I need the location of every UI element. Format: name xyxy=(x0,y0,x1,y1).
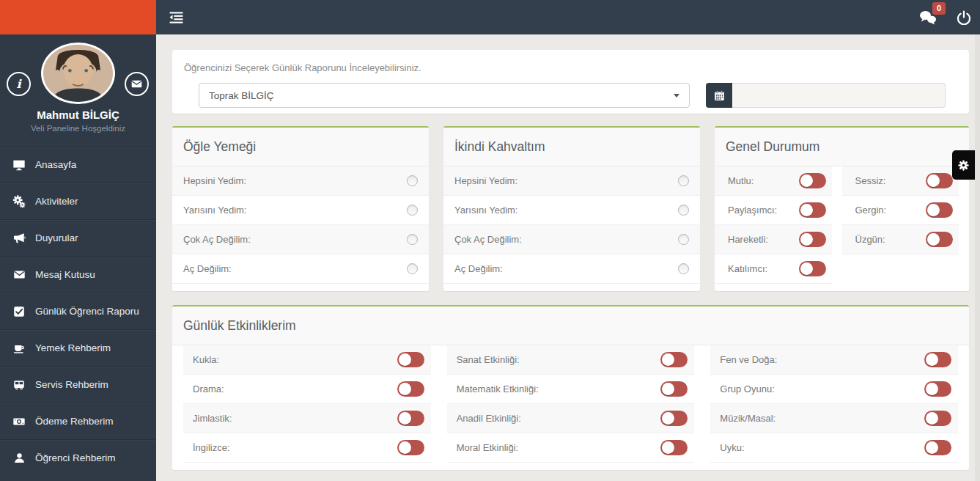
activity-row: Jimlastik: xyxy=(183,404,431,433)
toggle-switch[interactable] xyxy=(924,411,951,426)
row-label: Müzik/Masal: xyxy=(720,413,775,424)
sidebar-item-duyurular[interactable]: Duyurular xyxy=(0,219,156,256)
lunch-row: Hepsini Yedim: xyxy=(172,166,429,196)
brand-block xyxy=(0,0,156,34)
user-name: Mahmut BİLGİÇ xyxy=(0,109,156,121)
radio-button[interactable] xyxy=(407,205,418,216)
info-icon: i xyxy=(16,77,21,91)
toggle-switch[interactable] xyxy=(397,440,424,455)
activities-panel: Günlük Etkinliklerim Kukla: Drama: Jimla… xyxy=(172,305,969,470)
radio-button[interactable] xyxy=(407,263,418,274)
student-select-value: Toprak BİLGİÇ xyxy=(209,90,274,101)
sidebar-item-mesaj-kutusu[interactable]: Mesaj Kutusu xyxy=(0,256,156,293)
row-label: Hepsini Yedim: xyxy=(454,175,517,186)
sidebar-item-anasayfa[interactable]: Anasayfa xyxy=(0,146,156,183)
toggle-switch[interactable] xyxy=(660,411,688,426)
selector-instruction: Öğrencinizi Seçerek Günlük Raporunu İnce… xyxy=(184,62,957,73)
mood-row: Mutlu: xyxy=(715,166,832,196)
scrollbar[interactable] xyxy=(975,34,980,481)
user-icon xyxy=(11,452,27,464)
sidebar-item-label: Duyurular xyxy=(35,232,78,243)
sidebar-toggle-button[interactable] xyxy=(169,10,184,25)
outdent-icon xyxy=(169,10,184,25)
chevron-down-icon xyxy=(674,94,679,98)
student-select[interactable]: Toprak BİLGİÇ xyxy=(199,83,690,108)
row-label: Çok Aç Değilim: xyxy=(183,234,251,245)
toggle-switch[interactable] xyxy=(799,202,826,218)
row-label: Sessiz: xyxy=(855,175,886,186)
envelope-icon xyxy=(11,268,27,281)
sidebar-item-label: Servis Rehberim xyxy=(35,379,108,390)
activity-row: Uyku: xyxy=(710,433,958,463)
mood-row: Katılımcı: xyxy=(715,254,832,284)
sidebar-item-servis-rehberim[interactable]: Servis Rehberim xyxy=(0,366,156,403)
sidebar-item-yemek-rehberim[interactable]: Yemek Rehberim xyxy=(0,329,156,366)
sidebar-item-odeme-rehberim[interactable]: Ödeme Rehberim xyxy=(0,403,156,439)
row-label: Mutlu: xyxy=(728,175,754,186)
sidebar-item-label: Yemek Rehberim xyxy=(35,342,111,353)
gears-icon xyxy=(11,195,27,208)
toggle-switch[interactable] xyxy=(926,173,953,188)
toggle-switch[interactable] xyxy=(660,440,688,455)
avatar xyxy=(41,43,115,104)
messages-button[interactable]: 0 xyxy=(918,10,937,26)
row-label: Gergin: xyxy=(855,205,887,216)
logout-button[interactable] xyxy=(957,10,971,25)
settings-flyout-button[interactable] xyxy=(952,150,975,180)
toggle-switch[interactable] xyxy=(799,261,826,276)
toggle-switch[interactable] xyxy=(924,352,951,367)
mood-panel-title: Genel Durumum xyxy=(715,128,969,166)
radio-button[interactable] xyxy=(407,175,418,186)
row-label: Anadil Etkinliği: xyxy=(457,413,521,424)
toggle-switch[interactable] xyxy=(924,440,951,455)
radio-button[interactable] xyxy=(407,234,418,245)
toggle-switch[interactable] xyxy=(926,202,953,218)
row-label: İngilizce: xyxy=(193,442,230,453)
sidebar-item-gunluk-ogrenci-raporu[interactable]: Günlük Öğrenci Raporu xyxy=(0,293,156,329)
profile-info-button[interactable]: i xyxy=(7,72,31,96)
sidebar-item-ogrenci-rehberim[interactable]: Öğrenci Rehberim xyxy=(0,439,156,476)
activity-row: Kukla: xyxy=(183,345,431,375)
activities-panel-title: Günlük Etkinliklerim xyxy=(172,306,969,345)
message-count-badge: 0 xyxy=(932,2,946,15)
snack-row: Aç Değilim: xyxy=(443,254,700,284)
activity-row: Müzik/Masal: xyxy=(710,404,958,433)
envelope-icon xyxy=(130,78,143,90)
toggle-switch[interactable] xyxy=(660,352,688,367)
toggle-switch[interactable] xyxy=(924,381,951,397)
activity-row: Moral Etkinliği: xyxy=(447,433,695,463)
lunch-panel: Öğle Yemeği Hepsini Yedim: Yarısını Yedi… xyxy=(172,126,429,291)
date-input[interactable] xyxy=(732,83,946,108)
toggle-switch[interactable] xyxy=(397,352,424,367)
row-label: Sanat Etkinliği: xyxy=(457,354,520,365)
sidebar-item-label: Öğrenci Rehberim xyxy=(35,452,116,463)
toggle-switch[interactable] xyxy=(397,381,424,397)
cup-icon xyxy=(11,342,27,355)
radio-button[interactable] xyxy=(678,263,689,274)
sidebar-item-label: Günlük Öğrenci Raporu xyxy=(35,306,139,317)
mood-row: Sessiz: xyxy=(842,166,959,196)
toggle-switch[interactable] xyxy=(660,381,688,397)
sidebar-item-label: Mesaj Kutusu xyxy=(35,269,95,280)
mood-row: Üzgün: xyxy=(842,225,959,254)
sidebar-item-aktiviteler[interactable]: Aktiviteler xyxy=(0,183,156,219)
calendar-button[interactable] xyxy=(706,83,732,108)
sidebar-menu: Anasayfa xyxy=(0,146,156,476)
sidebar-item-label: Ödeme Rehberim xyxy=(35,416,114,427)
snack-row: Çok Aç Değilim: xyxy=(443,225,700,254)
radio-button[interactable] xyxy=(678,175,689,186)
toggle-switch[interactable] xyxy=(926,232,953,247)
toggle-switch[interactable] xyxy=(799,173,826,188)
toggle-switch[interactable] xyxy=(799,232,826,247)
radio-button[interactable] xyxy=(678,205,689,216)
toggle-switch[interactable] xyxy=(397,411,424,426)
radio-button[interactable] xyxy=(678,234,689,245)
sidebar: i Mahmut BİLGİÇ Veli Paneline Hoşgeldini… xyxy=(0,34,156,481)
row-label: Hepsini Yedim: xyxy=(183,175,246,186)
desktop-icon xyxy=(11,158,27,172)
mood-row: Hareketli: xyxy=(715,225,832,254)
profile-message-button[interactable] xyxy=(125,72,149,96)
topbar: 0 xyxy=(0,0,980,34)
lunch-row: Çok Aç Değilim: xyxy=(172,225,429,254)
lunch-row: Aç Değilim: xyxy=(172,254,429,284)
